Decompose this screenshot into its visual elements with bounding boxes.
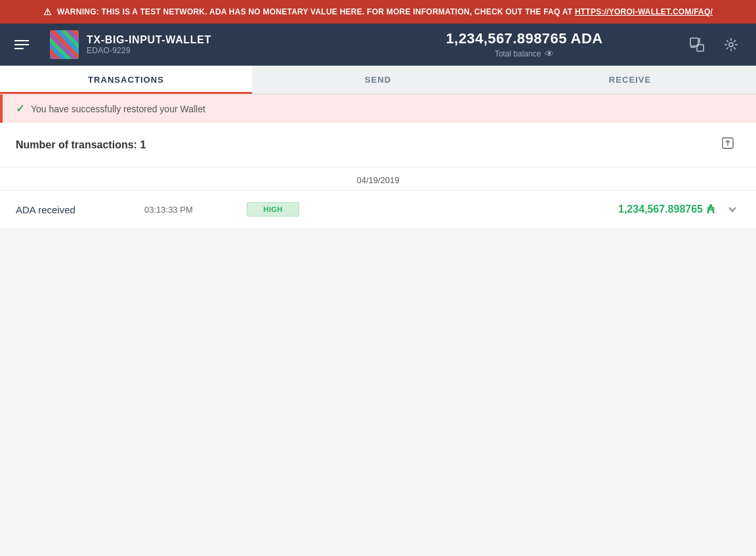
date-separator: 04/19/2019 bbox=[0, 167, 756, 190]
svg-line-11 bbox=[734, 40, 736, 42]
chevron-down-icon bbox=[727, 204, 738, 215]
notification-icon bbox=[688, 35, 706, 54]
status-badge: HIGH bbox=[247, 202, 299, 217]
tab-transactions[interactable]: TRANSACTIONS bbox=[0, 66, 252, 94]
balance-visibility-toggle[interactable]: 👁 bbox=[545, 49, 554, 59]
transaction-count-text: Number of transactions: 1 bbox=[16, 139, 146, 151]
menu-icon[interactable] bbox=[10, 36, 33, 53]
header-icons bbox=[682, 30, 746, 59]
svg-line-9 bbox=[726, 40, 728, 42]
balance-label: Total balance 👁 bbox=[366, 49, 682, 59]
wallet-avatar-pattern bbox=[50, 30, 79, 59]
transaction-time: 03:13:33 PM bbox=[144, 205, 236, 215]
hamburger-line-1 bbox=[14, 40, 29, 41]
main-content: ✓ You have successfully restored your Wa… bbox=[0, 95, 756, 228]
success-check-icon: ✓ bbox=[16, 102, 24, 115]
success-banner: ✓ You have successfully restored your Wa… bbox=[0, 95, 756, 123]
settings-icon bbox=[722, 35, 740, 54]
wallet-avatar bbox=[50, 30, 79, 59]
svg-line-10 bbox=[734, 47, 736, 49]
header-balance: 1,234,567.898765 ADA Total balance 👁 bbox=[366, 30, 682, 59]
wallet-id: EDAO-9229 bbox=[87, 46, 211, 55]
transaction-count-bar: Number of transactions: 1 bbox=[0, 123, 756, 167]
warning-link[interactable]: HTTPS://YOROI-WALLET.COM/FAQ/ bbox=[575, 7, 713, 16]
warning-text: WARNING: THIS IS A TEST NETWORK. ADA HAS… bbox=[57, 7, 713, 16]
hamburger-line-2 bbox=[14, 44, 29, 45]
notification-button[interactable] bbox=[682, 30, 711, 59]
warning-banner: ⚠ WARNING: THIS IS A TEST NETWORK. ADA H… bbox=[0, 0, 756, 24]
transaction-label: ADA received bbox=[16, 204, 134, 215]
balance-amount: 1,234,567.898765 ADA bbox=[366, 30, 682, 47]
transaction-expand-button[interactable] bbox=[724, 202, 740, 217]
table-row: ADA received 03:13:33 PM HIGH 1,234,567.… bbox=[0, 190, 756, 228]
wallet-name-group: TX-BIG-INPUT-WALLET EDAO-9229 bbox=[87, 34, 211, 55]
tab-send[interactable]: SEND bbox=[252, 66, 504, 94]
transaction-amount: 1,234,567.898765 ₳ bbox=[310, 202, 714, 217]
tabs: TRANSACTIONS SEND RECEIVE bbox=[0, 66, 756, 95]
svg-line-12 bbox=[726, 47, 728, 49]
export-button[interactable] bbox=[715, 133, 740, 156]
success-message: You have successfully restored your Wall… bbox=[31, 104, 205, 114]
tab-receive[interactable]: RECEIVE bbox=[504, 66, 756, 94]
ada-symbol: ₳ bbox=[707, 202, 714, 217]
header-left bbox=[10, 36, 50, 53]
export-icon bbox=[721, 136, 735, 150]
warning-icon: ⚠ bbox=[43, 7, 52, 17]
svg-point-4 bbox=[729, 43, 733, 47]
wallet-info: TX-BIG-INPUT-WALLET EDAO-9229 bbox=[50, 30, 366, 59]
header: TX-BIG-INPUT-WALLET EDAO-9229 1,234,567.… bbox=[0, 24, 756, 66]
hamburger-line-3 bbox=[14, 48, 24, 49]
wallet-name: TX-BIG-INPUT-WALLET bbox=[87, 34, 211, 46]
settings-button[interactable] bbox=[717, 30, 746, 59]
